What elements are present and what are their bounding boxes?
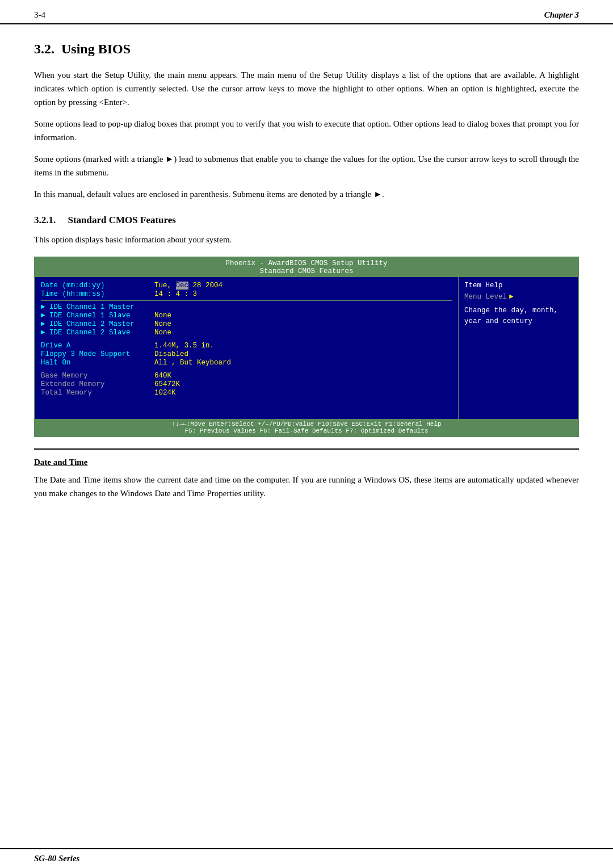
- bios-basemem-value: 640K: [154, 372, 452, 380]
- bios-body: Date (mm:dd:yy) Tue, Dec 28 2004 Time (h…: [35, 277, 578, 419]
- bios-drivea-value: 1.44M, 3.5 in.: [154, 342, 452, 350]
- bios-ide1s-value: None: [154, 312, 452, 320]
- page: 3-4 Chapter 3 3.2. Using BIOS When you s…: [0, 0, 613, 868]
- bios-divider-1: [41, 300, 452, 301]
- paragraph-1: When you start the Setup Utility, the ma…: [34, 68, 579, 109]
- bios-drivea-label: Drive A: [41, 342, 154, 350]
- footer-bar: SG-80 Series: [0, 848, 613, 868]
- bios-date-label: Date (mm:dd:yy): [41, 282, 154, 290]
- bios-ide2s-label: ► IDE Channel 2 Slave: [41, 329, 154, 337]
- bios-ide2s-value: None: [154, 329, 452, 337]
- subsection-number: 3.2.1.: [34, 215, 56, 225]
- bios-time-label: Time (hh:mm:ss): [41, 290, 154, 298]
- bios-spacer-1: [41, 337, 452, 342]
- section-divider: [34, 448, 579, 450]
- bios-row-date: Date (mm:dd:yy) Tue, Dec 28 2004: [41, 282, 452, 290]
- bios-title-line1: Phoenix - AwardBIOS CMOS Setup Utility: [35, 259, 578, 267]
- bios-row-ide2s: ► IDE Channel 2 Slave None: [41, 329, 452, 337]
- paragraph-4: In this manual, default values are enclo…: [34, 187, 579, 201]
- bios-help-level-text: Menu Level: [464, 293, 507, 301]
- bios-status-line1: ↑↓→←:Move Enter:Select +/-/PU/PD:Value F…: [40, 421, 573, 427]
- bios-extmem-label: Extended Memory: [41, 380, 154, 388]
- date-time-heading: Date and Time: [34, 458, 579, 467]
- bios-row-drivea: Drive A 1.44M, 3.5 in.: [41, 342, 452, 350]
- bios-totmem-label: Total Memory: [41, 389, 154, 397]
- bios-screen: Phoenix - AwardBIOS CMOS Setup Utility S…: [34, 257, 579, 437]
- bios-row-time: Time (hh:mm:ss) 14 : 4 : 3: [41, 290, 452, 298]
- bios-title-line2: Standard CMOS Features: [35, 267, 578, 275]
- bios-row-basemem: Base Memory 640K: [41, 372, 452, 380]
- bios-help-text: Change the day, month, year and century: [464, 305, 572, 327]
- bios-ide1m-label: ► IDE Channel 1 Master: [41, 303, 154, 311]
- bios-help-level-arrow: ►: [509, 293, 514, 301]
- bios-date-value: Tue, Dec 28 2004: [154, 282, 452, 290]
- bios-totmem-value: 1024K: [154, 389, 452, 397]
- page-number: 3-4: [34, 10, 45, 20]
- bios-help-title: Item Help: [464, 282, 572, 290]
- bios-help-panel: Item Help Menu Level ► Change the day, m…: [459, 277, 578, 419]
- subsection-name: Standard CMOS Features: [68, 215, 176, 225]
- bios-floppy-label: Floppy 3 Mode Support: [41, 350, 154, 358]
- bios-row-halton: Halt On All , But Keyboard: [41, 359, 452, 367]
- bios-spacer-3: [41, 397, 452, 414]
- subsection-intro: This option displays basic information a…: [34, 233, 579, 246]
- bios-halton-value: All , But Keyboard: [154, 359, 452, 367]
- bios-ide1m-value: [154, 303, 452, 311]
- bios-ide2m-label: ► IDE Channel 2 Master: [41, 320, 154, 328]
- bios-spacer-2: [41, 367, 452, 372]
- bios-row-ide1m: ► IDE Channel 1 Master: [41, 303, 452, 311]
- bios-time-value: 14 : 4 : 3: [154, 290, 452, 298]
- chapter-label: Chapter 3: [544, 10, 579, 20]
- bios-halton-label: Halt On: [41, 359, 154, 367]
- paragraph-2: Some options lead to pop-up dialog boxes…: [34, 117, 579, 144]
- paragraph-3: Some options (marked with a triangle ►) …: [34, 152, 579, 179]
- bios-main-panel: Date (mm:dd:yy) Tue, Dec 28 2004 Time (h…: [35, 277, 459, 419]
- bios-row-floppy: Floppy 3 Mode Support Disabled: [41, 350, 452, 358]
- bios-row-ide2m: ► IDE Channel 2 Master None: [41, 320, 452, 328]
- bios-ide1s-label: ► IDE Channel 1 Slave: [41, 312, 154, 320]
- bios-floppy-value: Disabled: [154, 350, 452, 358]
- date-time-text: The Date and Time items show the current…: [34, 473, 579, 500]
- main-content: 3.2. Using BIOS When you start the Setup…: [0, 24, 613, 531]
- bios-date-highlight: Dec: [176, 282, 189, 290]
- bios-help-level: Menu Level ►: [464, 293, 572, 301]
- section-title: 3.2. Using BIOS: [34, 41, 579, 57]
- bios-row-extmem: Extended Memory 65472K: [41, 380, 452, 388]
- footer-text: SG-80 Series: [34, 854, 79, 863]
- subsection-title: 3.2.1. Standard CMOS Features: [34, 215, 579, 226]
- section-number: 3.2.: [34, 41, 54, 56]
- bios-ide2m-value: None: [154, 320, 452, 328]
- bios-status-bar: ↑↓→←:Move Enter:Select +/-/PU/PD:Value F…: [35, 419, 578, 436]
- bios-basemem-label: Base Memory: [41, 372, 154, 380]
- bios-status-line2: F5: Previous Values F6: Fail-Safe Defaul…: [40, 427, 573, 434]
- header-bar: 3-4 Chapter 3: [0, 0, 613, 24]
- bios-row-ide1s: ► IDE Channel 1 Slave None: [41, 312, 452, 320]
- bios-extmem-value: 65472K: [154, 380, 452, 388]
- bios-title: Phoenix - AwardBIOS CMOS Setup Utility S…: [35, 258, 578, 277]
- bios-row-totmem: Total Memory 1024K: [41, 389, 452, 397]
- section-name: Using BIOS: [61, 41, 131, 56]
